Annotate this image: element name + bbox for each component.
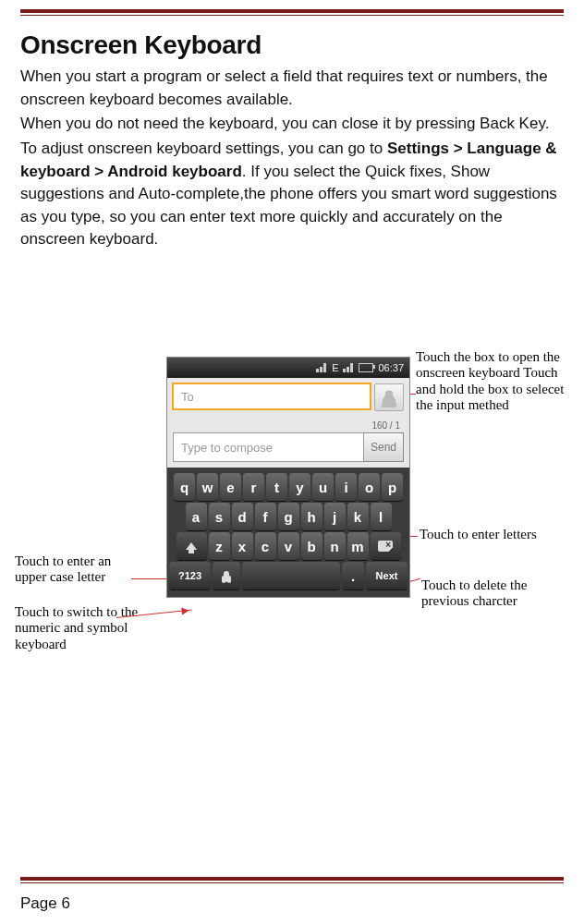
shift-icon bbox=[186, 542, 197, 550]
phone-mockup: E 06:37 To 160 / 1 Type to compose Send bbox=[166, 357, 410, 598]
key-v[interactable]: v bbox=[278, 532, 299, 560]
key-shift[interactable] bbox=[176, 532, 207, 560]
compose-area: To 160 / 1 Type to compose Send bbox=[167, 378, 409, 468]
key-u[interactable]: u bbox=[312, 473, 334, 501]
paragraph-2: When you do not need the keyboard, you c… bbox=[20, 113, 564, 136]
paragraph-3a: To adjust onscreen keyboard settings, yo… bbox=[20, 140, 387, 157]
key-q[interactable]: q bbox=[174, 473, 195, 501]
key-h[interactable]: h bbox=[301, 503, 322, 530]
callout-delete: Touch to delete the previous charcter bbox=[421, 578, 569, 610]
key-g[interactable]: g bbox=[278, 503, 299, 530]
battery-icon bbox=[359, 363, 373, 372]
key-c[interactable]: c bbox=[255, 532, 276, 560]
key-z[interactable]: z bbox=[209, 532, 230, 560]
key-w[interactable]: w bbox=[197, 473, 218, 501]
key-j[interactable]: j bbox=[324, 503, 346, 530]
key-a[interactable]: a bbox=[186, 503, 207, 530]
kbd-row-2: asdfghjkl bbox=[169, 503, 408, 530]
to-field[interactable]: To bbox=[173, 383, 371, 409]
status-time: 06:37 bbox=[378, 362, 404, 373]
key-period[interactable]: . bbox=[342, 562, 364, 590]
key-n[interactable]: n bbox=[324, 532, 346, 560]
kbd-row-3: zxcvbnm bbox=[169, 532, 408, 560]
add-contact-button[interactable] bbox=[374, 383, 404, 411]
backspace-icon bbox=[378, 541, 393, 552]
key-b[interactable]: b bbox=[301, 532, 322, 560]
key-x[interactable]: x bbox=[232, 532, 253, 560]
send-button[interactable]: Send bbox=[364, 432, 404, 462]
paragraph-3: To adjust onscreen keyboard settings, yo… bbox=[20, 138, 564, 251]
key-f[interactable]: f bbox=[255, 503, 276, 530]
paragraph-1: When you start a program or select a fie… bbox=[20, 66, 564, 111]
network-label: E bbox=[332, 362, 338, 373]
key-r[interactable]: r bbox=[243, 473, 264, 501]
key-space[interactable] bbox=[242, 562, 340, 590]
key-p[interactable]: p bbox=[382, 473, 403, 501]
page-number: Page 6 bbox=[20, 894, 70, 913]
key-l[interactable]: l bbox=[371, 503, 392, 530]
figure: Touch the box to open the onscreen keybo… bbox=[15, 349, 569, 747]
callout-upper-case: Touch to enter an upper case letter bbox=[15, 553, 144, 586]
body-text: When you start a program or select a fie… bbox=[20, 66, 564, 251]
callout-open-box: Touch the box to open the onscreen keybo… bbox=[416, 349, 573, 413]
key-i[interactable]: i bbox=[335, 473, 357, 501]
wifi-icon bbox=[343, 363, 354, 372]
callout-switch-numeric: Touch to switch to the numeric and symbo… bbox=[15, 604, 153, 652]
key-e[interactable]: e bbox=[220, 473, 241, 501]
key-y[interactable]: y bbox=[289, 473, 310, 501]
onscreen-keyboard: qwertyuiop asdfghjkl zxcvbnm ?123 . Next bbox=[167, 468, 409, 597]
kbd-row-1: qwertyuiop bbox=[169, 473, 408, 501]
key-t[interactable]: t bbox=[266, 473, 287, 501]
key-mic[interactable] bbox=[213, 562, 240, 590]
key-symbols[interactable]: ?123 bbox=[169, 562, 211, 590]
key-k[interactable]: k bbox=[347, 503, 369, 530]
status-bar: E 06:37 bbox=[167, 358, 409, 378]
kbd-row-4: ?123 . Next bbox=[169, 562, 408, 590]
key-d[interactable]: d bbox=[232, 503, 253, 530]
key-m[interactable]: m bbox=[347, 532, 369, 560]
top-rule bbox=[20, 9, 564, 16]
bottom-rule bbox=[20, 877, 564, 883]
mic-icon bbox=[224, 571, 229, 580]
key-o[interactable]: o bbox=[359, 473, 380, 501]
key-next[interactable]: Next bbox=[366, 562, 408, 590]
signal-icon bbox=[316, 363, 327, 372]
key-delete[interactable] bbox=[371, 532, 401, 560]
page-title: Onscreen Keyboard bbox=[20, 30, 564, 60]
char-counter: 160 / 1 bbox=[167, 417, 409, 431]
message-field[interactable]: Type to compose bbox=[173, 432, 364, 462]
callout-enter-letters: Touch to enter letters bbox=[420, 527, 549, 542]
key-s[interactable]: s bbox=[209, 503, 230, 530]
